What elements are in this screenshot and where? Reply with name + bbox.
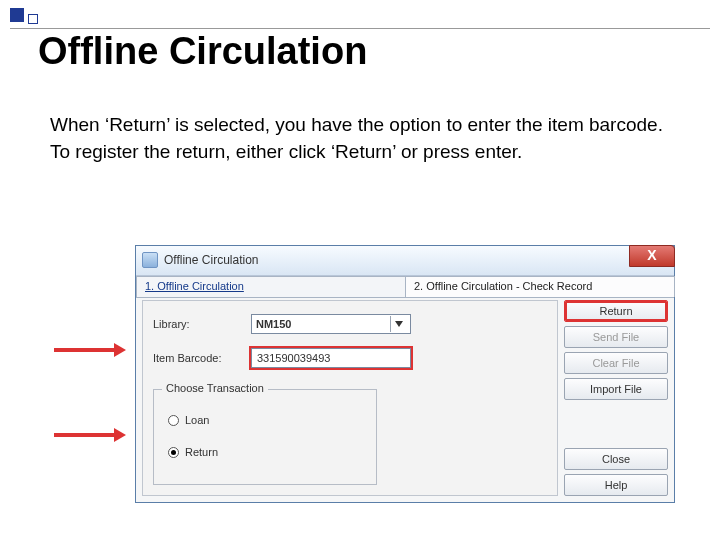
tab-check-record[interactable]: 2. Offline Circulation - Check Record	[405, 276, 675, 297]
title-bar: Offline Circulation X	[136, 246, 674, 276]
transaction-group: Choose Transaction Loan Return	[153, 389, 377, 485]
svg-marker-0	[395, 321, 403, 327]
body-text: When ‘Return’ is selected, you have the …	[50, 112, 680, 165]
barcode-input[interactable]: 331590039493	[251, 348, 411, 368]
radio-return[interactable]: Return	[168, 440, 362, 464]
radio-icon	[168, 415, 179, 426]
barcode-label: Item Barcode:	[153, 352, 243, 364]
radio-icon	[168, 447, 179, 458]
clear-file-button[interactable]: Clear File	[564, 352, 668, 374]
radio-return-label: Return	[185, 446, 218, 458]
radio-loan-label: Loan	[185, 414, 209, 426]
arrow-icon	[54, 345, 126, 355]
close-icon: X	[647, 247, 656, 263]
window-title: Offline Circulation	[164, 253, 259, 267]
tab-strip: 1. Offline Circulation 2. Offline Circul…	[136, 276, 674, 298]
barcode-value: 331590039493	[257, 352, 330, 364]
button-column: Return Send File Clear File Import File …	[564, 300, 668, 496]
import-file-button[interactable]: Import File	[564, 378, 668, 400]
send-file-button[interactable]: Send File	[564, 326, 668, 348]
library-value: NM150	[256, 318, 291, 330]
tab-offline-circulation[interactable]: 1. Offline Circulation	[136, 276, 406, 297]
library-label: Library:	[153, 318, 243, 330]
close-button[interactable]: X	[629, 245, 675, 267]
return-button[interactable]: Return	[564, 300, 668, 322]
app-window: Offline Circulation X 1. Offline Circula…	[135, 245, 675, 503]
arrow-icon	[54, 430, 126, 440]
help-button[interactable]: Help	[564, 474, 668, 496]
radio-loan[interactable]: Loan	[168, 408, 362, 432]
form-panel: Library: NM150 Item Barcode: 33159003949…	[142, 300, 558, 496]
library-select[interactable]: NM150	[251, 314, 411, 334]
page-title: Offline Circulation	[38, 30, 367, 73]
chevron-down-icon	[390, 316, 406, 332]
app-icon	[142, 252, 158, 268]
close-button-panel[interactable]: Close	[564, 448, 668, 470]
group-legend: Choose Transaction	[162, 382, 268, 394]
